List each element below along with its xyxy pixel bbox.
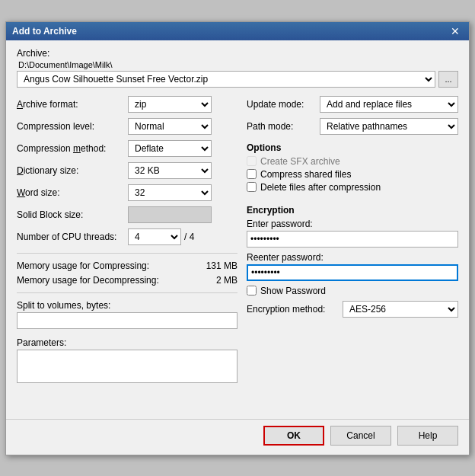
options-section: Options Create SFX archive Compress shar…: [247, 142, 458, 195]
help-button[interactable]: Help: [397, 426, 458, 446]
enter-password-input[interactable]: [247, 231, 458, 248]
dictionary-size-label: Dictionary size:: [17, 165, 123, 176]
title-bar: Add to Archive ✕: [6, 22, 469, 40]
path-mode-label: Path mode:: [247, 121, 315, 132]
cpu-threads-row: Number of CPU threads: 4 / 4: [17, 228, 238, 246]
memory-decompress-label: Memory usage for Decompressing:: [17, 275, 159, 286]
update-mode-row: Update mode: Add and replace files: [247, 95, 458, 113]
path-mode-row: Path mode: Relative pathnames: [247, 117, 458, 136]
word-size-select[interactable]: 32: [128, 184, 212, 201]
reenter-password-input[interactable]: [247, 264, 458, 281]
archive-format-select[interactable]: zip: [128, 96, 212, 113]
dialog-title: Add to Archive: [12, 26, 77, 37]
memory-compress-label: Memory usage for Compressing:: [17, 260, 149, 271]
close-button[interactable]: ✕: [448, 26, 463, 37]
cancel-button[interactable]: Cancel: [330, 426, 391, 446]
delete-files-checkbox[interactable]: [247, 182, 257, 192]
create-sfx-label: Create SFX archive: [260, 156, 340, 167]
compression-level-label: Compression level:: [17, 121, 123, 132]
compress-shared-label: Compress shared files: [260, 169, 351, 180]
enc-method-row: Encryption method: AES-256: [247, 301, 458, 318]
params-section: Parameters:: [17, 337, 238, 385]
compression-method-select[interactable]: Deflate: [128, 140, 212, 157]
archive-input-row: Angus Cow Silhouette Sunset Free Vector.…: [17, 71, 458, 88]
archive-section: Archive: D:\Document\Image\Milk\ Angus C…: [17, 48, 458, 88]
threads-suffix: / 4: [184, 232, 194, 242]
compression-level-row: Compression level: Normal: [17, 117, 238, 136]
encryption-section: Encryption Enter password: Reenter passw…: [247, 205, 458, 318]
right-panel: Update mode: Add and replace files Path …: [247, 95, 458, 405]
solid-block-label: Solid Block size:: [17, 209, 123, 220]
archive-format-label: Archive format:: [17, 99, 123, 110]
path-mode-select[interactable]: Relative pathnames: [320, 118, 458, 135]
memory-decompress-value: 2 MB: [216, 275, 238, 286]
split-input[interactable]: [17, 312, 238, 329]
memory-compress-value: 131 MB: [206, 260, 238, 271]
split-section: Split to volumes, bytes:: [17, 300, 238, 329]
enter-password-label: Enter password:: [247, 219, 458, 229]
compression-method-row: Compression method: Deflate: [17, 139, 238, 158]
dictionary-size-row: Dictionary size: 32 KB: [17, 161, 238, 180]
options-title: Options: [247, 142, 458, 153]
word-size-label: Word size:: [17, 187, 123, 198]
archive-file-select[interactable]: Angus Cow Silhouette Sunset Free Vector.…: [17, 71, 435, 88]
main-content: Archive format: zip Compression level: N…: [17, 95, 458, 405]
compress-shared-checkbox[interactable]: [247, 169, 257, 179]
enc-method-label: Encryption method:: [247, 304, 338, 315]
update-mode-select[interactable]: Add and replace files: [320, 96, 458, 113]
encryption-title: Encryption: [247, 205, 458, 216]
threads-control: 4 / 4: [128, 228, 194, 245]
word-size-row: Word size: 32: [17, 184, 238, 202]
show-password-label: Show Password: [260, 286, 326, 296]
threads-select[interactable]: 4: [128, 228, 181, 245]
create-sfx-checkbox[interactable]: [247, 156, 257, 166]
reenter-password-label: Reenter password:: [247, 252, 458, 263]
update-mode-label: Update mode:: [247, 99, 315, 110]
create-sfx-row: Create SFX archive: [247, 156, 458, 167]
dictionary-size-select[interactable]: 32 KB: [128, 162, 212, 179]
compression-method-label: Compression method:: [17, 143, 123, 154]
add-to-archive-dialog: Add to Archive ✕ Archive: D:\Document\Im…: [5, 21, 470, 455]
cpu-threads-label: Number of CPU threads:: [17, 232, 123, 242]
solid-block-input: [128, 206, 212, 223]
split-label: Split to volumes, bytes:: [17, 300, 238, 311]
show-password-row: Show Password: [247, 286, 458, 296]
enc-method-select[interactable]: AES-256: [343, 301, 458, 318]
compress-shared-row: Compress shared files: [247, 169, 458, 180]
archive-path-display: D:\Document\Image\Milk\: [18, 60, 458, 69]
params-textarea[interactable]: [17, 350, 238, 383]
show-password-checkbox[interactable]: [247, 286, 257, 296]
ok-button[interactable]: OK: [263, 426, 324, 446]
compression-level-select[interactable]: Normal: [128, 118, 212, 135]
solid-block-row: Solid Block size:: [17, 206, 238, 224]
memory-compress-row: Memory usage for Compressing: 131 MB: [17, 260, 238, 271]
dialog-body: Archive: D:\Document\Image\Milk\ Angus C…: [6, 40, 469, 413]
dialog-footer: OK Cancel Help: [6, 419, 469, 455]
delete-files-row: Delete files after compression: [247, 182, 458, 193]
archive-format-row: Archive format: zip: [17, 95, 238, 113]
left-panel: Archive format: zip Compression level: N…: [17, 95, 238, 405]
memory-decompress-row: Memory usage for Decompressing: 2 MB: [17, 275, 238, 286]
params-label: Parameters:: [17, 337, 238, 348]
archive-label: Archive:: [17, 48, 458, 59]
browse-button[interactable]: ...: [438, 71, 458, 88]
delete-files-label: Delete files after compression: [260, 182, 381, 193]
